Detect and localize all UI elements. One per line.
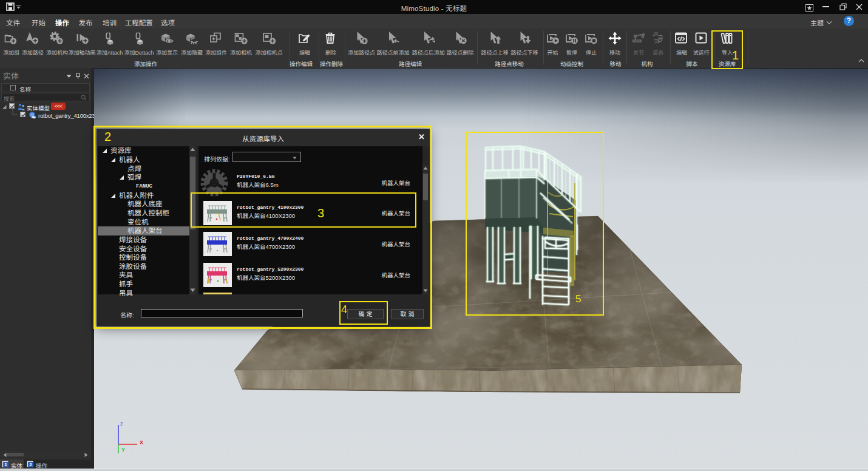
- svg-text:Y: Y: [121, 447, 125, 453]
- svg-text:z: z: [120, 421, 123, 427]
- svg-text:X: X: [140, 439, 143, 446]
